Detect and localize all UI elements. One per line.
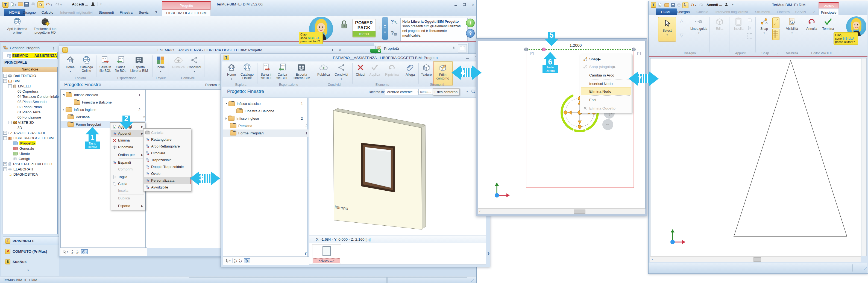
qat-redo-button[interactable] — [699, 3, 703, 8]
icone-button[interactable]: Icone▾ — [154, 56, 167, 73]
thumbnail-card[interactable]: <Nuovo ...> — [312, 244, 341, 264]
tab-home[interactable]: HOME — [4, 9, 25, 16]
salva-file-bol-button[interactable]: Salva in file BOL — [259, 63, 274, 80]
edita-button[interactable]: Edita — [712, 17, 727, 31]
tree-item-livello[interactable]: 05 Copertura — [3, 89, 57, 94]
tree-item-progetto[interactable]: Progetto — [3, 141, 57, 146]
module-computo-button[interactable]: PCOMPUTO (PriMus) — [3, 247, 61, 256]
submenu-item-avvolgibile[interactable]: Avvolgibile — [144, 184, 190, 191]
tree-item-risultati[interactable]: +RISULTATI di CALCOLO — [3, 161, 57, 167]
tree-item-livello[interactable]: 03 Piano Secondo — [3, 99, 57, 104]
tab-disegno[interactable]: Disegno — [24, 9, 35, 16]
menu-item-taglia[interactable]: Taglia — [111, 174, 144, 180]
module-suonus-button[interactable]: SSuoNus — [3, 257, 61, 266]
help-vertical-tab[interactable]: HELP — [382, 17, 388, 40]
qat-open-button[interactable] — [664, 3, 669, 7]
tree-item-3d[interactable]: 3D — [3, 125, 57, 130]
tree-item-viste-3d[interactable]: −3DVISTE 3D — [3, 120, 57, 125]
profile-h-scrollbar[interactable]: ‹ — [650, 256, 861, 262]
qat-print-button[interactable] — [31, 2, 35, 7]
pin-icon[interactable] — [52, 47, 56, 51]
menu-item-cambia-in-arco[interactable]: Cambia in Arco — [581, 71, 631, 79]
tree-item-diagnostica[interactable]: DIAGNOSTICA — [3, 172, 57, 177]
termina-button[interactable]: Termina — [820, 17, 836, 31]
qat-save-button[interactable] — [24, 2, 29, 6]
qat-login-button[interactable]: Accedi ... — [72, 2, 88, 6]
close-button[interactable]: × — [336, 48, 344, 53]
menu-item-esporta[interactable]: Esporta▶ — [111, 202, 144, 209]
allega-button[interactable]: Allega — [404, 63, 417, 76]
qat-save-button[interactable] — [671, 3, 675, 7]
scissors-small-icon[interactable] — [747, 26, 752, 31]
expander-closed-icon[interactable] — [225, 118, 227, 120]
tab-strumenti[interactable]: Strumenti — [754, 8, 770, 15]
sort-az-button[interactable]: AZ↓ — [234, 259, 238, 263]
qat-undo-button[interactable] — [45, 2, 50, 7]
tab-calcolo[interactable]: Calcolo — [696, 8, 709, 15]
help-question-mail-icon[interactable]: ?🔧 — [391, 19, 398, 25]
tab-home[interactable]: HOME — [656, 8, 677, 15]
visibilita-button[interactable]: Visibilità▾ — [784, 17, 800, 35]
navigator-header[interactable]: Navigatore — [2, 67, 57, 72]
tree-row-infisso-inglese[interactable]: Infisso inglese2 — [61, 106, 147, 113]
edita-contorno-button[interactable]: Edita contorno — [433, 62, 452, 85]
project-name-box[interactable]: ESEMPIO___ASSISTENZA — [2, 52, 58, 59]
menu-item-snap-singolo[interactable]: Snap (singolo)▶ — [581, 63, 631, 70]
submenu-item-personalizzata[interactable]: Personalizzata — [144, 177, 190, 184]
qat-undo-button[interactable] — [690, 3, 694, 8]
tab-servizi[interactable]: Servizi — [139, 9, 149, 16]
select-button[interactable]: Select▾ — [658, 17, 676, 41]
powerpack-menu-button[interactable]: POWER PACK menu — [352, 19, 376, 38]
profile-v-scrollbar[interactable] — [861, 58, 867, 256]
sort-recent-button[interactable]: ↓ — [244, 258, 250, 263]
tree-row-infisso-classico[interactable]: Infisso classico1 — [223, 100, 309, 107]
panel-header[interactable]: Gestione Progetto — [1, 44, 58, 51]
tab-interventi[interactable]: Interventi migliorativi — [715, 8, 748, 15]
help-button[interactable]: ? — [466, 29, 475, 38]
scroll-left-arrow[interactable]: ‹ — [479, 209, 481, 213]
expander-closed-icon[interactable] — [63, 109, 64, 111]
tree-row-finestra-balcone[interactable]: Finestra e Balcone4 — [61, 99, 158, 106]
esporta-libreria-button[interactable]: Esporta Libreria BIM — [129, 56, 150, 73]
snap-dialog-launcher-icon[interactable]: ⌐ — [777, 51, 779, 54]
tab-principale[interactable]: Principale — [818, 9, 839, 16]
catalogo-online-button[interactable]: Catalogo Online — [239, 63, 255, 80]
tree-item-utente[interactable]: Utente — [3, 151, 57, 156]
window2-title-bar[interactable]: T ESEMPIO__ASSISTENZA - LIBRERIA OGGETTI… — [221, 54, 490, 61]
triangle-tool-down-icon[interactable]: ▽ — [678, 32, 685, 39]
search-history-dropdown-icon[interactable]: ▾ — [467, 90, 468, 93]
tab-finestra[interactable]: Finestra — [120, 9, 132, 16]
submenu-item-trapezoidale[interactable]: Trapezoidale — [144, 157, 190, 163]
sort-za-button[interactable]: ZA↓ — [239, 259, 242, 263]
snap-toggle-line-button[interactable] — [772, 18, 779, 28]
qat-open-button[interactable] — [18, 2, 23, 6]
restore-button[interactable] — [461, 2, 468, 7]
qat-new-button[interactable] — [10, 2, 14, 8]
scroll-left-arrow[interactable]: ‹ — [652, 257, 653, 261]
search-scope-select[interactable]: Archivio corrente▾ — [385, 89, 421, 95]
tab-servizi[interactable]: Servizi — [795, 8, 806, 15]
tree-item-tavole-grafiche[interactable]: +TAVOLE GRAFICHE — [3, 130, 57, 135]
tree-row-infisso-inglese[interactable]: Infisso inglese2 — [223, 115, 309, 122]
qat-new-button[interactable] — [658, 2, 662, 8]
menu-item-copia[interactable]: Copia — [111, 180, 144, 187]
tree-row-persiana[interactable]: Persiana2 — [61, 113, 152, 121]
incolla-button[interactable]: Incolla — [731, 17, 746, 31]
tree-item-generale[interactable]: Generale — [3, 146, 57, 151]
minimize-button[interactable] — [452, 2, 459, 7]
menu-item-elimina[interactable]: Elimina — [111, 137, 144, 144]
tree-item-livello[interactable]: 02 Piano Primo — [3, 104, 57, 109]
submenu-item-doppio-trapezoidale[interactable]: Doppio Trapezoidale — [144, 163, 190, 170]
paste-special-icon[interactable] — [747, 33, 752, 39]
submenu-item-circolare[interactable]: Circolare — [144, 150, 190, 157]
carica-file-bol-button[interactable]: Carica file BOL — [114, 56, 128, 73]
tree-item-livello[interactable]: 04 Terrazzo Condominiale — [3, 94, 57, 99]
menu-item-snap[interactable]: Snap▶ — [581, 55, 631, 63]
minimize-button[interactable] — [319, 48, 326, 53]
pubblica-button[interactable]: Pubblica — [172, 56, 186, 69]
menu-item-espandi[interactable]: Espandi — [111, 159, 144, 166]
esporta-libreria-button[interactable]: Esporta Libreria BIM — [291, 63, 312, 80]
dock-option-button[interactable] — [458, 44, 467, 53]
profile-canvas[interactable] — [650, 58, 861, 256]
expander-open-icon[interactable] — [225, 103, 227, 105]
